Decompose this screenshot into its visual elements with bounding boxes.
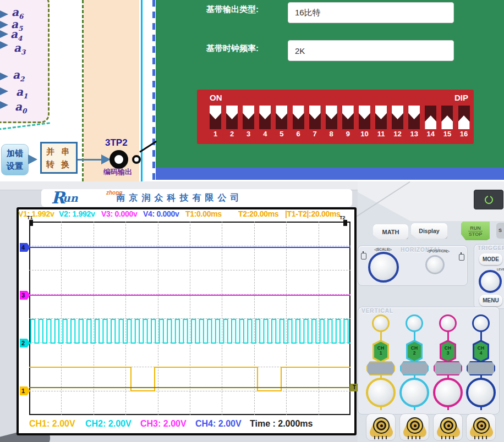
dip-switch-7[interactable]: [309, 106, 321, 129]
dip-number: 4: [258, 130, 272, 138]
dip-toggle[interactable]: [259, 106, 271, 119]
horizontal-position-knob[interactable]: [425, 255, 445, 274]
baseband-type-input[interactable]: [288, 2, 454, 23]
testpoint-label: 3TP2: [105, 137, 128, 148]
probe-connector[interactable]: [132, 155, 141, 164]
dip-switch-14[interactable]: [425, 106, 436, 129]
ch3-scale-knob[interactable]: [433, 378, 463, 407]
ch1-button[interactable]: CH1: [372, 340, 389, 363]
bnc-tick: [415, 436, 417, 439]
dip-toggle[interactable]: [276, 106, 287, 119]
dip-toggle[interactable]: [342, 106, 354, 119]
dip-toggle[interactable]: [226, 106, 238, 119]
dip-number: 9: [341, 130, 355, 138]
bnc-tick: [419, 436, 420, 439]
display-button[interactable]: Display: [411, 223, 447, 239]
push-knob-icon: [361, 253, 366, 259]
bit-label: a3: [14, 42, 25, 56]
baseband-type-label: 基带输出类型:: [206, 4, 259, 15]
ch3-button[interactable]: CH3: [440, 340, 456, 363]
bnc-connector-ch4[interactable]: [466, 413, 496, 441]
add-error-button[interactable]: 加错 设置: [1, 144, 29, 175]
panel-bottom-strip: [156, 168, 504, 180]
channel-connector-plate: [434, 361, 462, 375]
dip-toggle[interactable]: [392, 106, 403, 119]
testpoint-3tp2[interactable]: [109, 150, 128, 169]
dip-switch-3[interactable]: [243, 106, 254, 129]
dip-toggle[interactable]: [243, 106, 254, 119]
dip-toggle[interactable]: [458, 115, 470, 129]
trigger-level-label: LEVEL: [497, 268, 504, 271]
horizontal-scale-knob[interactable]: [368, 252, 399, 283]
bit-label: a4: [10, 29, 22, 42]
math-button[interactable]: MATH: [373, 224, 408, 239]
bnc-tick: [386, 436, 387, 439]
dip-switch-5[interactable]: [276, 106, 287, 129]
ch4-scale-knob[interactable]: [466, 378, 496, 407]
dip-switch-8[interactable]: [326, 106, 337, 129]
dip-switch-6[interactable]: [293, 106, 304, 129]
ch2-scale-knob[interactable]: [399, 378, 429, 407]
bnc-center-pin: [447, 424, 450, 427]
dip-switch-2[interactable]: [226, 106, 238, 129]
position-label: ◁POSITION▷: [427, 249, 450, 253]
dip-toggle[interactable]: [359, 106, 370, 119]
dip-toggle[interactable]: [309, 106, 321, 119]
trigger-level-knob[interactable]: [479, 270, 502, 293]
readout-CH3: CH3: 2.00V: [140, 419, 187, 429]
readout-CH2: CH2: 2.00V: [85, 419, 132, 429]
bnc-connector-ch3[interactable]: [433, 413, 463, 441]
bnc-tick: [412, 436, 413, 439]
arrow-icon: [28, 154, 37, 164]
bnc-center-pin: [414, 424, 417, 427]
dip-toggle[interactable]: [326, 106, 337, 119]
baseband-clock-input[interactable]: [288, 40, 454, 61]
dip-number: 14: [424, 130, 437, 138]
ch4-button[interactable]: CH4: [473, 340, 489, 363]
single-button-partial[interactable]: S: [496, 223, 504, 239]
ch4-position-knob[interactable]: [472, 314, 490, 332]
ch1-scale-knob[interactable]: [366, 378, 396, 407]
ch-button-label: CH3: [441, 346, 454, 357]
dip-switch-9[interactable]: [342, 106, 354, 129]
dip-switch-10[interactable]: [359, 106, 370, 129]
dashed-boundary-line: [0, 122, 50, 130]
dip-toggle[interactable]: [425, 115, 436, 129]
dip-toggle[interactable]: [293, 106, 304, 119]
measurement-T1T2: |T1-T2|:20.00ms: [285, 209, 341, 218]
ch3-position-knob[interactable]: [439, 314, 457, 332]
dip-toggle[interactable]: [375, 106, 387, 119]
vertical-title: VERTICAL: [361, 308, 393, 314]
ch-button-face: CH1: [374, 342, 387, 361]
dip-switch-16[interactable]: [458, 106, 470, 129]
ch2-button[interactable]: CH2: [406, 340, 423, 363]
dip-toggle[interactable]: [408, 106, 420, 119]
dip-number: 6: [292, 130, 305, 138]
dip-dip-label: DIP: [454, 93, 468, 102]
dip-switch-15[interactable]: [441, 106, 453, 129]
ch2-position-knob[interactable]: [406, 314, 423, 332]
power-button[interactable]: [474, 190, 503, 209]
bnc-connector-ch1[interactable]: [366, 413, 396, 441]
parallel-serial-box: 并 串 转 换: [40, 142, 78, 174]
trigger-mode-button[interactable]: MODE: [479, 253, 502, 265]
dip-switch-1[interactable]: [210, 106, 221, 129]
bnc-tick: [474, 436, 475, 439]
ch1-position-knob[interactable]: [372, 314, 390, 332]
company-name: 南京润众科技有限公司: [117, 192, 243, 204]
dip-switch-13[interactable]: [408, 106, 420, 129]
dip-toggle[interactable]: [441, 115, 453, 129]
dip-switch-12[interactable]: [392, 106, 403, 129]
run-stop-button[interactable]: RUN STOP: [461, 222, 490, 240]
trigger-menu-button[interactable]: MENU: [479, 295, 502, 306]
baseband-clock-label: 基带时钟频率:: [206, 43, 259, 54]
channel-connector-plate: [467, 361, 495, 375]
dip-switch-4[interactable]: [259, 106, 271, 129]
dip-switch-11[interactable]: [375, 106, 387, 129]
waveform-layer: [29, 222, 350, 415]
measurement-V1: V1: 1.992v: [18, 209, 54, 218]
dip-toggle[interactable]: [210, 106, 221, 119]
readout-Time: Time : 2.000ms: [250, 419, 313, 429]
section-divider-green: [82, 0, 84, 181]
bnc-connector-ch2[interactable]: [399, 413, 429, 441]
